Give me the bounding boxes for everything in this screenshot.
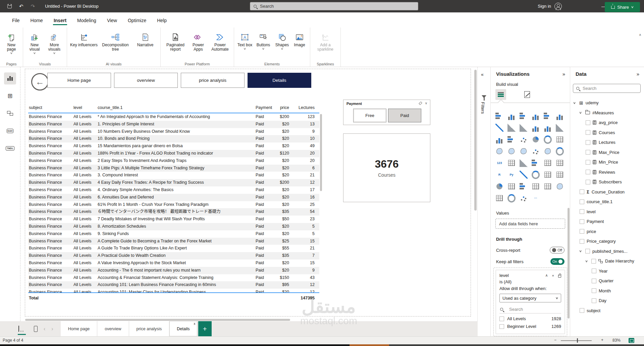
checkbox[interactable]: [592, 269, 596, 273]
pie-chart-icon[interactable]: [532, 135, 540, 143]
nav-button-price-analysis[interactable]: price analysis: [181, 73, 245, 88]
share-button[interactable]: Share ∨: [605, 2, 640, 12]
dax-query-view-icon[interactable]: DAX: [4, 125, 16, 137]
clustered-column-chart-icon[interactable]: [532, 112, 540, 120]
gauge-icon[interactable]: [556, 147, 564, 155]
field-reviews[interactable]: Reviews: [570, 167, 644, 177]
desktop-view-icon[interactable]: [18, 326, 26, 332]
new-visual-button[interactable]: New visual∨: [26, 30, 43, 54]
next-page-arrow-icon[interactable]: ›: [51, 326, 53, 332]
field-price[interactable]: price: [570, 227, 644, 237]
page-tab-details[interactable]: Detailsx: [169, 321, 197, 336]
field-date-hierarchy[interactable]: ∨Date Hierarchy: [570, 256, 644, 266]
slicer-option-paid[interactable]: Paid: [388, 109, 421, 122]
100-stacked-column-chart-icon[interactable]: [556, 112, 564, 120]
checkbox[interactable]: [580, 189, 584, 194]
close-page-icon[interactable]: x: [194, 322, 196, 326]
menu-item-home[interactable]: Home: [25, 14, 48, 26]
decomposition-tree-visual-icon[interactable]: [507, 182, 516, 190]
filled-map-icon[interactable]: [507, 147, 516, 155]
smart-narrative-icon[interactable]: [544, 171, 552, 179]
column-header-price[interactable]: price: [275, 103, 294, 113]
global-search-box[interactable]: [250, 2, 418, 10]
paginated-report-button[interactable]: Paginated report: [163, 30, 187, 52]
keep-all-filters-toggle[interactable]: On: [550, 258, 565, 265]
field-month[interactable]: Month: [570, 286, 644, 296]
key-influencers-button[interactable]: Key influencers: [70, 30, 98, 47]
filter-option-all-levels[interactable]: All Levels1928: [499, 316, 561, 321]
100-stacked-bar-chart-icon[interactable]: [544, 112, 552, 120]
python-visual-icon[interactable]: Py: [507, 171, 516, 179]
remove-filter-icon[interactable]: ×: [552, 274, 554, 278]
power-apps-visual-icon[interactable]: [532, 171, 540, 179]
power-apps-button[interactable]: Power Apps: [189, 30, 208, 52]
more-options-icon[interactable]: ···: [532, 194, 540, 202]
waterfall-chart-icon[interactable]: [495, 135, 503, 143]
table-view-icon[interactable]: ⊞: [4, 90, 16, 102]
checkbox[interactable]: [580, 308, 584, 313]
new-page-button[interactable]: New page∨: [3, 30, 20, 54]
report-page[interactable]: ← Home pageoverviewprice analysisDetails…: [25, 69, 471, 316]
page-tab-overview[interactable]: overview: [97, 321, 129, 336]
report-view-icon[interactable]: [4, 72, 16, 84]
account-icon[interactable]: [554, 3, 562, 10]
fit-to-page-icon[interactable]: [629, 338, 634, 343]
page-tab-home-page[interactable]: Home page: [61, 321, 98, 336]
field-subject[interactable]: subject: [570, 306, 644, 316]
back-button[interactable]: ←: [31, 73, 49, 91]
menu-item-insert[interactable]: Insert: [48, 14, 72, 26]
checkbox[interactable]: [580, 199, 584, 204]
filter-option-beginner-level[interactable]: Beginner Level1269: [499, 324, 561, 329]
field-price-category[interactable]: Price_category: [570, 236, 644, 246]
field-measures[interactable]: ∨#Measures: [570, 108, 644, 118]
menu-item-modeling[interactable]: Modeling: [72, 14, 102, 26]
field-course-duration[interactable]: ΣCourse_Duration: [570, 187, 644, 197]
filter-search-box[interactable]: [499, 305, 561, 313]
column-header-lectures[interactable]: Lectures: [294, 103, 319, 113]
previous-page-arrow-icon[interactable]: ‹: [44, 326, 45, 332]
tmdl-view-icon[interactable]: TMDL: [4, 142, 16, 154]
funnel-chart-icon[interactable]: [507, 135, 516, 143]
map-icon[interactable]: [495, 147, 503, 155]
column-header-level[interactable]: level: [73, 103, 97, 113]
azure-map-icon[interactable]: [532, 147, 540, 155]
values-field-well[interactable]: Add data fields here: [495, 219, 565, 229]
collapse-filter-icon[interactable]: ∧: [545, 273, 548, 278]
get-more-visuals-icon[interactable]: [495, 194, 503, 202]
expand-filters-icon[interactable]: «: [481, 72, 484, 77]
zoom-slider-track[interactable]: [561, 340, 592, 341]
courses-card-visual[interactable]: 3676 Courses: [343, 133, 430, 202]
checkbox[interactable]: [591, 259, 596, 264]
zoom-out-button[interactable]: −: [554, 338, 556, 342]
menu-item-help[interactable]: Help: [152, 14, 172, 26]
field-level[interactable]: level: [570, 207, 644, 217]
mobile-view-icon[interactable]: [34, 326, 38, 332]
clustered-bar-chart-icon[interactable]: [520, 112, 528, 120]
nav-button-home-page[interactable]: Home page: [47, 73, 111, 88]
field-lectures[interactable]: Lectures: [570, 137, 644, 148]
chevron-down-icon[interactable]: ∨: [573, 101, 578, 105]
field-course-title-1[interactable]: course_title.1: [570, 197, 644, 207]
menu-item-view[interactable]: View: [102, 14, 122, 26]
checkbox[interactable]: [580, 229, 584, 234]
treemap-icon[interactable]: [556, 135, 564, 143]
r-script-visual-icon[interactable]: R: [495, 171, 503, 179]
chevron-down-icon[interactable]: ∨: [579, 111, 584, 114]
nav-button-overview[interactable]: overview: [114, 73, 178, 88]
table-icon[interactable]: [544, 159, 552, 167]
checkbox[interactable]: [499, 316, 504, 321]
qna-visual-icon[interactable]: [495, 182, 503, 190]
save-icon[interactable]: [7, 4, 12, 8]
collapse-ribbon-icon[interactable]: ∧: [639, 33, 641, 37]
new-page-button[interactable]: +: [198, 321, 212, 336]
more-visuals-button[interactable]: More visuals∨: [45, 30, 64, 54]
field-payment[interactable]: Payment: [570, 217, 644, 227]
filter-search-input[interactable]: [508, 306, 549, 312]
slicer-option-free[interactable]: Free: [353, 109, 386, 122]
global-search-input[interactable]: [259, 3, 415, 9]
payment-slicer[interactable]: Payment ∨ FreePaid: [343, 100, 430, 125]
stacked-area-chart-icon[interactable]: [520, 124, 528, 132]
table-visual[interactable]: subjectlevelcourse_title.1PaymentpriceLe…: [28, 103, 319, 300]
checkbox[interactable]: [586, 170, 590, 174]
field-published-times[interactable]: ∨published_times...: [570, 246, 644, 256]
